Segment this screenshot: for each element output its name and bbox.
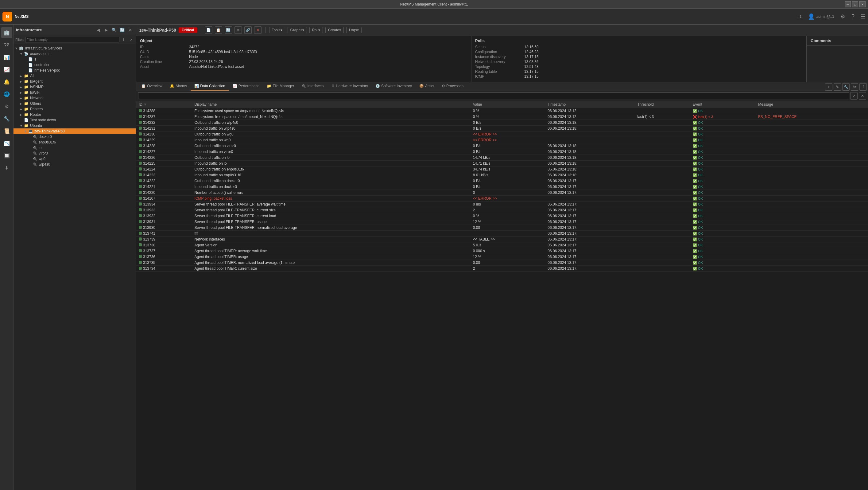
sidebar-item-accesspoint[interactable]: ▼ 📡 accesspoint xyxy=(13,51,136,57)
tab-data-collection[interactable]: 📊Data Collection xyxy=(191,82,229,91)
tab-alarms[interactable]: 🔔Alarms xyxy=(166,82,191,91)
tab-toolbar-btn-5[interactable]: ⤴ xyxy=(859,83,867,91)
logs-dropdown[interactable]: Logs▾ xyxy=(346,27,362,33)
tab-toolbar-btn-3[interactable]: 🔧 xyxy=(842,83,849,91)
tab-file-manager[interactable]: 📁File Manager xyxy=(263,82,298,91)
sidebar-item-docker0[interactable]: 🔌 docker0 xyxy=(13,134,136,140)
sidebar-item-nms-server-poc[interactable]: 📄 nms-server-poc xyxy=(13,67,136,73)
table-row[interactable]: 313737 Agent thread pool TIMER: average … xyxy=(136,248,868,254)
search-input[interactable] xyxy=(138,92,849,99)
sidebar-item-iswifi[interactable]: ▶ 📁 IsWiFi xyxy=(13,90,136,95)
tools-dropdown[interactable]: Tools▾ xyxy=(269,27,285,33)
filter-input[interactable] xyxy=(25,37,120,42)
menu-icon[interactable]: ☰ xyxy=(861,13,866,20)
sidebar-item-wg0[interactable]: 🔌 wg0 xyxy=(13,156,136,162)
help-icon[interactable]: ? xyxy=(851,13,855,20)
nav-config[interactable]: ⚙ xyxy=(1,101,12,112)
toolbar-btn-2[interactable]: 📋 xyxy=(215,26,222,34)
sidebar-item-others[interactable]: ▶ 📁 Others xyxy=(13,101,136,106)
tab-asset[interactable]: 📦Asset xyxy=(415,82,438,91)
nav-dashboards[interactable]: 📊 xyxy=(1,52,12,63)
table-row[interactable]: 314231 Inbound traffic on wlp4s0 0 B/s 0… xyxy=(136,126,868,132)
col-value[interactable]: Value xyxy=(470,101,546,108)
tab-software-inventory[interactable]: 💿Software Inventory xyxy=(372,82,415,91)
nav-tools[interactable]: 🔧 xyxy=(1,113,12,124)
table-row[interactable]: 314224 Outbound traffic on enp0s31f6 34.… xyxy=(136,167,868,172)
sidebar-item-zev-thinkpad[interactable]: ▼ 💻 zev-ThinkPad-P50 xyxy=(13,128,136,134)
nav-reports[interactable]: 📈 xyxy=(1,64,12,75)
nav-bottom[interactable]: ⬇ xyxy=(1,162,12,173)
toolbar-btn-3[interactable]: 🔄 xyxy=(225,26,232,34)
sidebar-back-btn[interactable]: ◀ xyxy=(95,26,102,33)
sidebar-item-infra-services[interactable]: ▼ 🏢 Infrastructure Services xyxy=(13,46,136,51)
maximize-button[interactable]: □ xyxy=(852,1,858,7)
nav-network[interactable]: 🌐 xyxy=(1,88,12,99)
table-row[interactable]: 313934 Server thread pool FILE-TRANSFER:… xyxy=(136,202,868,207)
table-row[interactable]: 314230 Outbound traffic on wg0 << ERROR … xyxy=(136,132,868,137)
sidebar-item-router[interactable]: ▶ 📁 Router xyxy=(13,112,136,117)
table-row[interactable]: 314222 Outbound traffic on docker0 0 B/s… xyxy=(136,178,868,184)
table-row[interactable]: 314220 Number of accept() call errors 0 … xyxy=(136,190,868,196)
table-row[interactable]: 313736 Agent thread pool TIMER: usage 12… xyxy=(136,254,868,260)
sidebar-item-test-node-down[interactable]: 📄 Test node down xyxy=(13,117,136,123)
table-row[interactable]: 314232 Outbound traffic on wlp4s0 0 B/s … xyxy=(136,120,868,126)
tab-toolbar-btn-2[interactable]: ✎ xyxy=(834,83,841,91)
tab-interfaces[interactable]: 🔌Interfaces xyxy=(298,82,327,91)
close-button[interactable]: ✕ xyxy=(859,1,866,7)
sidebar-item-1[interactable]: 📄 1 xyxy=(13,57,136,62)
tab-toolbar-btn-4[interactable]: ↻ xyxy=(851,83,858,91)
nav-charts[interactable]: 📉 xyxy=(1,138,12,149)
sidebar-item-printers[interactable]: ▶ 📁 Printers xyxy=(13,106,136,112)
sidebar-item-isagent[interactable]: ▶ 📁 IsAgent xyxy=(13,79,136,84)
tab-performance[interactable]: 📈Performance xyxy=(229,82,264,91)
table-row[interactable]: 314223 Inbound traffic on enp0s31f6 8.61… xyxy=(136,172,868,178)
table-row[interactable]: 314107 ICMP ping: packet loss << ERROR >… xyxy=(136,196,868,202)
sidebar-item-all[interactable]: ▶ 📁 All xyxy=(13,73,136,79)
table-row[interactable]: 313931 Server thread pool FILE-TRANSFER:… xyxy=(136,219,868,225)
col-display-name[interactable]: Display name xyxy=(192,101,470,108)
nav-alarms[interactable]: 🔔 xyxy=(1,76,12,87)
table-row[interactable]: 314221 Inbound traffic on docker0 0 B/s … xyxy=(136,184,868,190)
table-row[interactable]: 313741 ffff 06.06.2024 13:17: ✅ OK xyxy=(136,231,868,236)
tab-toolbar-btn-1[interactable]: + xyxy=(825,83,832,91)
sidebar-item-enp0s31f6[interactable]: 🔌 enp0s31f6 xyxy=(13,140,136,145)
filter-clear-btn[interactable]: ✕ xyxy=(128,36,134,43)
poll-dropdown[interactable]: Poll▾ xyxy=(309,27,323,33)
table-row[interactable]: 314229 Inbound traffic on wg0 << ERROR >… xyxy=(136,137,868,143)
toolbar-btn-5[interactable]: 🔗 xyxy=(244,26,252,34)
sidebar-item-ubuntu[interactable]: ▼ 📁 Ubuntu xyxy=(13,123,136,128)
sidebar-item-network[interactable]: ▶ 📁 Network xyxy=(13,95,136,101)
table-row[interactable]: 314225 Inbound traffic on lo 14.71 kB/s … xyxy=(136,161,868,167)
search-close-btn[interactable]: ✕ xyxy=(859,92,866,99)
sidebar-forward-btn[interactable]: ▶ xyxy=(103,26,110,33)
search-resize-btn[interactable]: ⤢ xyxy=(850,92,858,99)
nav-infrastructure[interactable]: 🏢 xyxy=(1,27,12,38)
nav-scripts[interactable]: 📜 xyxy=(1,125,12,136)
sidebar-item-lo[interactable]: 🔌 lo xyxy=(13,145,136,150)
sidebar-close-btn[interactable]: ✕ xyxy=(127,26,133,33)
sidebar-filter-btn[interactable]: 🔍 xyxy=(111,26,118,33)
sidebar-item-controller[interactable]: 📄 controller xyxy=(13,62,136,67)
col-threshold[interactable]: Threshold xyxy=(635,101,690,108)
table-row[interactable]: 314226 Outbound traffic on lo 14.74 kB/s… xyxy=(136,155,868,161)
tab-hardware-inventory[interactable]: 🖥Hardware Inventory xyxy=(327,82,372,91)
table-row[interactable]: 314287 File system: free space on /tmp/.… xyxy=(136,114,868,120)
graphs-dropdown[interactable]: Graphs▾ xyxy=(288,27,307,33)
sidebar-refresh-btn[interactable]: 🔄 xyxy=(119,26,126,33)
tab-overview[interactable]: 📋Overview xyxy=(137,82,166,91)
nav-objects[interactable]: 🔲 xyxy=(1,150,12,161)
toolbar-btn-4[interactable]: ⚙ xyxy=(235,26,242,34)
tab-processes[interactable]: ⚙Processes xyxy=(438,82,467,91)
table-row[interactable]: 313739 Network interfaces << TABLE >> 06… xyxy=(136,236,868,242)
table-row[interactable]: 314288 File system: used space on /tmp/.… xyxy=(136,108,868,114)
nav-maps[interactable]: 🗺 xyxy=(1,39,12,50)
col-event[interactable]: Event xyxy=(690,101,756,108)
col-message[interactable]: Message xyxy=(756,101,868,108)
table-row[interactable]: 314227 Inbound traffic on virbr0 0 B/s 0… xyxy=(136,149,868,155)
toolbar-btn-6[interactable]: ✕ xyxy=(254,26,261,34)
table-row[interactable]: 313932 Server thread pool FILE-TRANSFER:… xyxy=(136,213,868,219)
col-timestamp[interactable]: Timestamp xyxy=(545,101,635,108)
toolbar-btn-1[interactable]: 📄 xyxy=(205,26,212,34)
minimize-button[interactable]: ─ xyxy=(845,1,851,7)
table-row[interactable]: 313933 Server thread pool FILE-TRANSFER:… xyxy=(136,207,868,213)
